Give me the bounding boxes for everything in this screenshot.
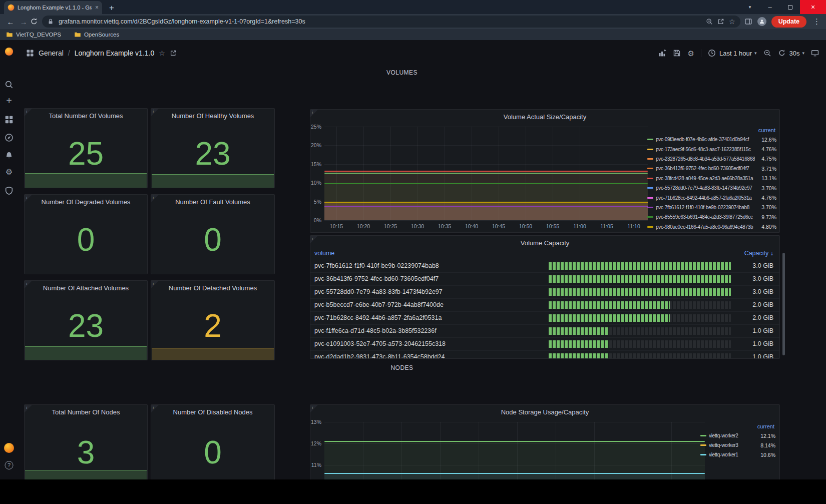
panel-title[interactable]: Number Of Detached Volumes: [151, 281, 274, 294]
legend-item[interactable]: pvc-23287265-d8e8-4b34-a53d-577a58416868…: [647, 154, 776, 164]
zoom-out-icon[interactable]: [763, 49, 771, 57]
bookmark-star-icon[interactable]: ☆: [729, 18, 735, 25]
time-range-clock-icon[interactable]: [708, 49, 716, 57]
panel-info-corner[interactable]: i: [151, 109, 159, 116]
configuration-gear-icon[interactable]: ⚙: [5, 168, 14, 177]
back-button[interactable]: ←: [4, 18, 17, 26]
legend-item[interactable]: pvc-980ac0ee-f166-47a5-a8e0-96a694c4873b…: [647, 222, 776, 232]
dashboards-icon[interactable]: [26, 49, 34, 57]
minimize-button[interactable]: –: [760, 0, 780, 14]
legend-item[interactable]: pvc-55728dd0-7e79-4a83-83fb-1473f4b92e97…: [647, 183, 776, 193]
legend-item[interactable]: pvc-71b628cc-8492-44b6-a857-2fa6a2f0531a…: [647, 193, 776, 202]
restore-button[interactable]: [780, 0, 800, 14]
legend-item[interactable]: viettq-worker2 12.1%: [700, 431, 775, 440]
new-tab-button[interactable]: +: [105, 2, 118, 14]
panel-info-corner[interactable]: i: [25, 109, 32, 116]
dashboards-nav-icon[interactable]: [5, 115, 14, 124]
panel-title[interactable]: Total Number Of Nodes: [25, 405, 147, 418]
panel-info-corner[interactable]: i: [310, 236, 318, 243]
table-row[interactable]: pvc-b5beccd7-e6be-40b7-972b-44ab8f7400de…: [310, 299, 779, 312]
y-axis-label: 13%: [310, 419, 321, 425]
panel-title[interactable]: Number Of Attached Volumes: [25, 281, 147, 294]
user-avatar[interactable]: [4, 443, 14, 453]
table-row[interactable]: pvc-d2dad1b2-9831-473c-8b11-6354c58bdd24…: [310, 351, 779, 358]
alerting-bell-icon[interactable]: [5, 151, 14, 160]
tab-close-icon[interactable]: ×: [95, 4, 99, 11]
tab-search-chevron-icon[interactable]: ▾: [740, 0, 760, 14]
legend-item[interactable]: pvc-36b413f6-9752-4fec-bd60-73605edf04f7…: [647, 164, 776, 173]
save-dashboard-icon[interactable]: [673, 49, 681, 57]
table-row[interactable]: pvc-f1ffe6ca-d71d-48c5-b02a-3b85f532236f…: [310, 325, 779, 338]
lock-icon[interactable]: [47, 18, 54, 25]
share-dashboard-icon[interactable]: [170, 50, 177, 57]
legend-column-header[interactable]: current: [700, 422, 775, 431]
admin-shield-icon[interactable]: [5, 186, 14, 195]
profile-avatar[interactable]: [757, 17, 766, 26]
forward-button[interactable]: →: [17, 18, 30, 26]
table-row[interactable]: pvc-71b628cc-8492-44b6-a857-2fa6a2f0531a…: [310, 312, 779, 325]
panel-info-corner[interactable]: i: [25, 405, 32, 412]
legend-item[interactable]: viettq-worker1 10.6%: [700, 450, 775, 459]
side-panel-icon[interactable]: [744, 18, 752, 26]
panel-title[interactable]: Number Of Healthy Volumes: [151, 109, 274, 122]
series-name: pvc-09f3eedb-f07e-4b9c-afde-37401d0b94cf: [656, 137, 755, 142]
add-panel-icon[interactable]: [658, 49, 666, 57]
browser-menu-icon[interactable]: ⋮: [811, 17, 822, 26]
panel-title[interactable]: Number Of Disabled Nodes: [151, 405, 274, 418]
panel-title[interactable]: Node Storage Usage/Capacity: [310, 405, 779, 418]
legend-item[interactable]: pvc-173aec9f-56d6-48c3-aac7-1622385f115c…: [647, 144, 776, 154]
legend-item[interactable]: pvc-38fcd428-a049-45ce-a2d3-ae66b28a351a…: [647, 174, 776, 183]
legend-item[interactable]: pvc-09f3eedb-f07e-4b9c-afde-37401d0b94cf…: [647, 135, 776, 144]
table-row[interactable]: pvc-e1091003-52e7-4705-a573-20462155c318…: [310, 338, 779, 351]
panel-info-corner[interactable]: i: [25, 281, 32, 288]
browser-tab[interactable]: Longhorn Example v1.1.0 - Grafa ×: [4, 1, 102, 14]
column-header-capacity[interactable]: Capacity ↓: [744, 250, 773, 257]
create-plus-icon[interactable]: +: [5, 97, 14, 106]
panel-title[interactable]: Number Of Degraded Volumes: [25, 195, 147, 208]
legend-item[interactable]: pvc-7fb61612-f1f0-410f-be9b-02239074bab8…: [647, 203, 776, 212]
scrollbar-thumb[interactable]: [782, 253, 785, 355]
legend-item[interactable]: viettq-worker3 8.14%: [700, 440, 775, 450]
legend-item[interactable]: pvc-85559e63-b691-484c-a2d3-39f87725d6cc…: [647, 212, 776, 222]
panel-info-corner[interactable]: i: [151, 405, 159, 412]
bookmark-item[interactable]: OpenSources: [74, 31, 119, 38]
panel-info-corner[interactable]: i: [310, 405, 318, 412]
update-button[interactable]: Update: [771, 16, 806, 28]
time-range-label[interactable]: Last 1 hour: [719, 50, 752, 57]
refresh-interval-label[interactable]: 30s: [789, 50, 800, 57]
row-title-volumes[interactable]: VOLUMES: [24, 69, 780, 77]
favorite-star-icon[interactable]: ☆: [159, 50, 165, 57]
x-axis-label: 10:15: [326, 223, 346, 229]
panel-info-corner[interactable]: i: [25, 195, 32, 202]
table-row[interactable]: pvc-55728dd0-7e79-4a83-83fb-1473f4b92e97…: [310, 286, 779, 299]
refresh-chevron-icon[interactable]: ▾: [802, 51, 804, 56]
page-zoom-icon[interactable]: [706, 18, 713, 25]
row-title-nodes[interactable]: NODES: [24, 364, 780, 372]
address-bar[interactable]: grafana.monitor.viettq.com/d/2BCgsIdGz/l…: [42, 16, 740, 28]
window-close-button[interactable]: ×: [800, 0, 826, 14]
panel-info-corner[interactable]: i: [151, 195, 159, 202]
reload-button[interactable]: [30, 18, 38, 26]
explore-compass-icon[interactable]: [5, 133, 14, 142]
time-range-chevron-icon[interactable]: ▾: [754, 51, 757, 56]
kiosk-mode-icon[interactable]: [811, 49, 819, 57]
table-row[interactable]: pvc-7fb61612-f1f0-410f-be9b-02239074bab8…: [310, 260, 779, 273]
url-text[interactable]: grafana.monitor.viettq.com/d/2BCgsIdGz/l…: [59, 18, 701, 25]
search-icon[interactable]: [5, 80, 14, 89]
panel-title[interactable]: Volume Capacity: [310, 236, 779, 249]
table-row[interactable]: pvc-36b413f6-9752-4fec-bd60-73605edf04f7…: [310, 273, 779, 286]
breadcrumb-root[interactable]: General: [39, 49, 64, 57]
bookmark-item[interactable]: VietTQ_DEVOPS: [6, 31, 61, 38]
panel-title[interactable]: Number Of Fault Volumes: [151, 195, 274, 208]
legend-column-header[interactable]: current: [647, 126, 776, 135]
panel-title[interactable]: Volume Actual Size/Capacity: [310, 110, 779, 123]
refresh-dashboard-icon[interactable]: [778, 49, 786, 57]
panel-info-corner[interactable]: i: [310, 110, 318, 117]
share-page-icon[interactable]: [717, 18, 724, 25]
dashboard-settings-icon[interactable]: ⚙: [687, 50, 694, 57]
panel-info-corner[interactable]: i: [151, 281, 159, 288]
panel-title[interactable]: Total Number Of Volumes: [25, 109, 147, 122]
grafana-logo[interactable]: [5, 47, 14, 56]
column-header-volume[interactable]: volume: [314, 250, 334, 257]
help-icon[interactable]: ?: [5, 461, 14, 469]
